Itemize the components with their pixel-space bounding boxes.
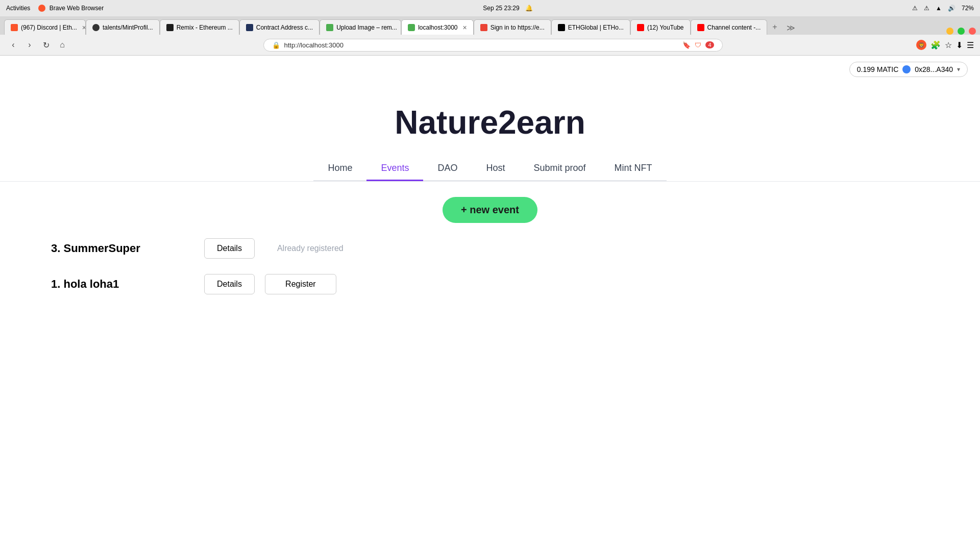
wallet-balance: 0.199 MATIC [857,65,898,73]
wallet-badge[interactable]: 0.199 MATIC 0x28...A340 ▾ [849,62,968,77]
wallet-address: 0x28...A340 [915,65,953,73]
events-list: 3. SummerSuper Details Already registere… [20,238,960,294]
browser-chrome: Activities Brave Web Browser Sep 25 23:2… [0,0,980,56]
system-bar: Activities Brave Web Browser Sep 25 23:2… [0,0,980,16]
wallet-chevron-icon: ▾ [957,66,960,73]
details-button-holaloha1[interactable]: Details [204,274,255,294]
bookmark-icon[interactable]: 🔖 [682,41,691,49]
lock-icon: 🔒 [272,41,280,49]
nav-buttons: ‹ › ↻ ⌂ [6,38,69,52]
already-registered-label: Already registered [265,239,367,258]
url-text[interactable]: http://localhost:3000 [284,41,344,49]
event-item-summersuperr: 3. SummerSuper Details Already registere… [51,238,960,259]
tab-label-github: talents/MintProfil... [103,24,153,31]
tab-label-remix: Remix - Ethereum ... [177,24,233,31]
tab-favicon-etherscan [246,24,253,31]
menu-icon[interactable]: ☰ [967,40,974,50]
register-button-holaloha1[interactable]: Register [265,274,336,294]
wallet-network-icon [902,65,911,73]
tab-upload[interactable]: Upload Image – rem... [320,19,401,35]
tab-favicon-ethglobal [558,24,565,31]
nav-container: Home Events DAO Host Submit proof Mint N… [0,157,980,181]
tab-favicon-channel [697,24,704,31]
nav-events[interactable]: Events [366,157,423,181]
page-content: 0.199 MATIC 0x28...A340 ▾ Nature2earn Ho… [0,56,980,325]
tab-label-gmail: Sign in to https://e... [491,24,545,31]
tab-youtube[interactable]: (12) YouTube [630,19,691,35]
download-icon[interactable]: ⬇ [956,40,963,50]
tab-favicon-localhost [408,24,415,31]
system-bar-right: ⚠ ⚠ ▲ 🔊 72% [912,5,974,12]
system-bar-center: Sep 25 23:29 🔔 [483,5,533,12]
nav-home[interactable]: Home [313,157,366,181]
browser-right-icons: 🦁 🧩 ☆ ⬇ ☰ [916,40,974,50]
close-button[interactable] [969,28,976,35]
main-heading: Nature2earn [0,83,980,157]
minimize-button[interactable] [946,28,953,35]
brave-shield-icon[interactable]: 🛡 [695,41,701,49]
tab-gmail[interactable]: Sign in to https://e... [474,19,551,35]
new-event-button[interactable]: + new event [443,197,537,223]
warning-icon: ⚠ [912,5,918,12]
event-name-summersuprer: 3. SummerSuper [51,242,194,255]
tab-ethglobal[interactable]: ETHGlobal | ETHo... [551,19,630,35]
tab-close-discord[interactable]: × [82,23,86,32]
browser-name-label: Brave Web Browser [38,5,104,12]
tab-label-channel: Channel content -... [707,24,761,31]
nav-mint-nft[interactable]: Mint NFT [600,157,667,181]
tab-label-upload: Upload Image – rem... [336,24,397,31]
tab-overflow-button[interactable]: ≫ [782,21,799,35]
reload-button[interactable]: ↻ [39,38,53,52]
nav-bar: Home Events DAO Host Submit proof Mint N… [313,157,666,181]
tab-remix[interactable]: Remix - Ethereum ... [160,19,239,35]
new-tab-button[interactable]: + [767,19,782,35]
tab-close-localhost[interactable]: × [463,23,467,32]
window-controls [942,28,980,35]
star-icon[interactable]: ☆ [945,40,952,50]
bell-icon: 🔔 [525,5,533,12]
tab-favicon-youtube [637,24,644,31]
tab-label-localhost: localhost:3000 [418,24,457,31]
tab-label-etherscan: Contract Address c... [256,24,313,31]
tab-favicon-discord [11,24,18,31]
battery-label: 72% [962,5,974,12]
volume-icon: 🔊 [948,5,955,12]
new-event-row: + new event [20,197,960,223]
extensions-icon[interactable]: 🧩 [930,40,941,50]
page-title: Nature2earn [0,104,980,141]
tab-favicon-upload [326,24,333,31]
tab-etherscan[interactable]: Contract Address c... [239,19,320,35]
wallet-bar: 0.199 MATIC 0x28...A340 ▾ [0,56,980,83]
back-button[interactable]: ‹ [6,38,20,52]
tab-label-discord: (967) Discord | Eth... [21,24,77,31]
network-icon: ▲ [936,5,942,12]
nav-submit-proof[interactable]: Submit proof [520,157,600,181]
address-bar-row: ‹ › ↻ ⌂ 🔒 http://localhost:3000 🔖 🛡 4 🦁 … [0,35,980,55]
warning-icon-2: ⚠ [924,5,929,12]
address-bar-icons: 🔖 🛡 4 [682,41,714,49]
event-name-holaloha1: 1. hola loha1 [51,278,194,291]
details-button-summersuprer[interactable]: Details [204,238,255,259]
tab-label-ethglobal: ETHGlobal | ETHo... [568,24,624,31]
notification-badge: 4 [705,41,714,48]
nav-dao[interactable]: DAO [423,157,472,181]
tab-favicon-remix [166,24,174,31]
tab-channel[interactable]: Channel content -... [691,19,768,35]
tab-favicon-gmail [480,24,487,31]
forward-button[interactable]: › [22,38,37,52]
activities-label[interactable]: Activities [6,5,30,12]
tab-label-youtube: (12) YouTube [647,24,684,31]
nav-host[interactable]: Host [472,157,519,181]
content-area: + new event 3. SummerSuper Details Alrea… [0,182,980,325]
brave-icon[interactable]: 🦁 [916,40,926,50]
tab-bar: (967) Discord | Eth... × talents/MintPro… [0,16,980,35]
system-bar-left: Activities Brave Web Browser [6,5,104,12]
tab-github[interactable]: talents/MintProfil... [86,19,160,35]
tab-discord[interactable]: (967) Discord | Eth... × [4,19,86,35]
tab-favicon-github [92,24,100,31]
maximize-button[interactable] [958,28,965,35]
home-button[interactable]: ⌂ [55,38,69,52]
event-item-holaloha1: 1. hola loha1 Details Register [51,274,960,294]
tab-localhost[interactable]: localhost:3000 × [401,19,474,35]
address-bar[interactable]: 🔒 http://localhost:3000 🔖 🛡 4 [263,39,723,52]
